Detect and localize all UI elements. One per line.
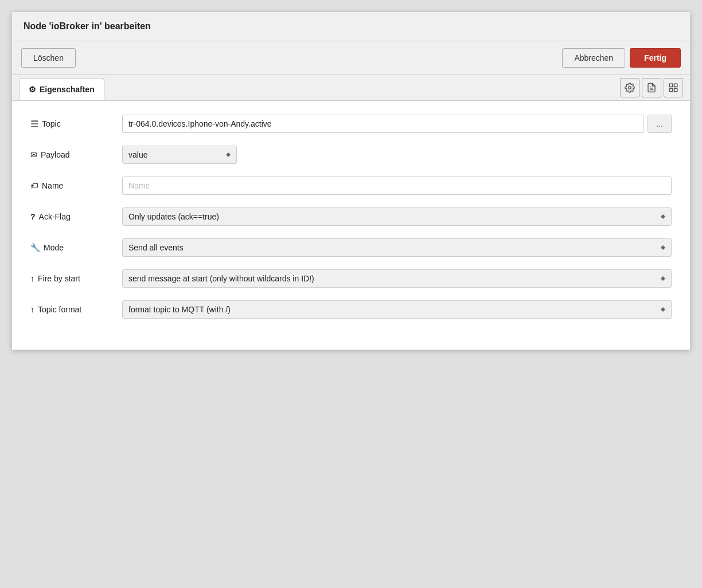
payload-icon: ✉ (30, 150, 37, 159)
tab-properties-label: Eigenschaften (40, 85, 95, 94)
ackflag-controls: Only updates (ack==true) All updates No … (122, 207, 672, 226)
topicformat-select[interactable]: format topic to MQTT (with /) keep origi… (122, 300, 672, 319)
dialog-title: Node 'ioBroker in' bearbeiten (24, 21, 678, 32)
doc-icon-button[interactable] (642, 78, 661, 97)
mode-select[interactable]: Send all events Send only changed values (122, 238, 672, 257)
payload-row: ✉ Payload value val ack ts lc from q id … (30, 146, 672, 164)
topic-label: Topic (42, 119, 61, 128)
name-label-group: 🏷 Name (30, 181, 122, 190)
svg-rect-6 (674, 89, 677, 92)
dialog-header: Node 'ioBroker in' bearbeiten (12, 12, 690, 41)
ackflag-label: Ack-Flag (39, 212, 71, 221)
dialog-toolbar: Löschen Abbrechen Fertig (12, 41, 690, 75)
ackflag-row: ? Ack-Flag Only updates (ack==true) All … (30, 207, 672, 226)
gear-tab-icon: ⚙ (29, 85, 36, 94)
edit-dialog: Node 'ioBroker in' bearbeiten Löschen Ab… (11, 11, 691, 350)
topicformat-controls: format topic to MQTT (with /) keep origi… (122, 300, 672, 319)
mode-controls: Send all events Send only changed values (122, 238, 672, 257)
payload-select[interactable]: value val ack ts lc from q id payload (122, 146, 237, 164)
mode-icon: 🔧 (30, 243, 40, 252)
topic-label-group: ☰ Topic (30, 119, 122, 130)
topicformat-row: ↑ Topic format format topic to MQTT (wit… (30, 300, 672, 319)
form-body: ☰ Topic ... ✉ Payload value val ack ts l… (12, 101, 690, 350)
svg-rect-3 (669, 84, 672, 87)
settings-icon-button[interactable] (620, 78, 639, 97)
topic-controls: ... (122, 115, 672, 133)
cancel-button[interactable]: Abbrechen (562, 48, 625, 68)
document-icon (646, 83, 657, 93)
topic-icon: ☰ (30, 119, 38, 130)
name-row: 🏷 Name (30, 177, 672, 195)
payload-label: Payload (41, 150, 70, 159)
grid-icon-button[interactable] (664, 78, 683, 97)
ackflag-select[interactable]: Only updates (ack==true) All updates No … (122, 207, 672, 226)
svg-rect-4 (674, 84, 677, 87)
topicformat-label-group: ↑ Topic format (30, 305, 122, 314)
tab-properties[interactable]: ⚙ Eigenschaften (19, 79, 104, 100)
name-label: Name (42, 181, 63, 190)
name-icon: 🏷 (30, 181, 38, 190)
svg-point-0 (629, 87, 631, 89)
ackflag-icon: ? (30, 212, 36, 221)
firebystart-label: Fire by start (38, 274, 80, 283)
payload-controls: value val ack ts lc from q id payload (122, 146, 672, 164)
mode-label: Mode (44, 243, 64, 252)
name-controls (122, 177, 672, 195)
topicformat-icon: ↑ (30, 305, 34, 314)
firebystart-select[interactable]: send message at start (only without wild… (122, 269, 672, 288)
done-button[interactable]: Fertig (630, 48, 681, 68)
topic-input[interactable] (122, 115, 644, 133)
name-input[interactable] (122, 177, 672, 195)
topicformat-label: Topic format (38, 305, 81, 314)
svg-rect-5 (669, 89, 672, 92)
firebystart-icon: ↑ (30, 274, 34, 283)
topic-row: ☰ Topic ... (30, 115, 672, 133)
tab-icon-buttons (620, 78, 683, 97)
delete-button[interactable]: Löschen (21, 48, 76, 68)
tabs-bar: ⚙ Eigenschaften (12, 75, 690, 101)
firebystart-controls: send message at start (only without wild… (122, 269, 672, 288)
topic-dots-button[interactable]: ... (648, 115, 672, 133)
firebystart-label-group: ↑ Fire by start (30, 274, 122, 283)
payload-label-group: ✉ Payload (30, 150, 122, 159)
mode-label-group: 🔧 Mode (30, 243, 122, 252)
firebystart-row: ↑ Fire by start send message at start (o… (30, 269, 672, 288)
mode-row: 🔧 Mode Send all events Send only changed… (30, 238, 672, 257)
grid-icon (668, 83, 678, 93)
settings-icon (625, 83, 635, 93)
ackflag-label-group: ? Ack-Flag (30, 212, 122, 221)
